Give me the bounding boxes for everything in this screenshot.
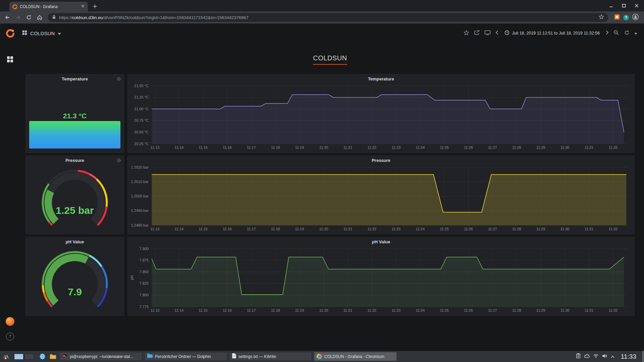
new-tab-button[interactable]	[91, 2, 99, 11]
browser-launcher-icon[interactable]	[38, 352, 47, 361]
extension-icon[interactable]	[614, 14, 620, 21]
user-avatar[interactable]	[6, 317, 14, 326]
cloud-sync-icon[interactable]	[584, 353, 590, 360]
app-launcher-icon[interactable]	[1, 352, 10, 361]
svg-text:11:22: 11:22	[368, 145, 377, 149]
taskbar-clock[interactable]: 11:33	[621, 353, 636, 360]
svg-text:7.800: 7.800	[139, 293, 149, 297]
tab-close-icon[interactable]	[80, 4, 85, 10]
panel-title[interactable]: Temperature	[26, 74, 124, 83]
svg-text:20.50 °C: 20.50 °C	[134, 130, 149, 134]
svg-text:11:31: 11:31	[585, 227, 594, 231]
svg-text:11:25: 11:25	[440, 227, 449, 231]
temperature-chart[interactable]: 20.25 °C20.50 °C20.75 °C21.00 °C21.25 °C…	[129, 83, 632, 151]
volume-icon[interactable]	[602, 353, 607, 360]
files-launcher-icon[interactable]	[49, 352, 57, 361]
tray-expand-caret-icon[interactable]	[610, 354, 615, 360]
chevron-down-icon[interactable]	[58, 31, 61, 36]
task-dolphin[interactable]: Persönlicher Ordner — Dolphin	[144, 352, 227, 361]
svg-text:11:32: 11:32	[609, 145, 618, 149]
reload-icon[interactable]	[24, 13, 34, 22]
svg-text:11:25: 11:25	[440, 145, 449, 149]
ph-gauge	[26, 246, 124, 315]
svg-text:11:13: 11:13	[150, 308, 159, 312]
stat-gradient-bar	[29, 121, 120, 148]
refresh-interval-caret-icon[interactable]	[634, 30, 637, 36]
bookmark-star-icon[interactable]	[599, 14, 604, 21]
tab-strip: COLDSUN - Grafana	[0, 0, 644, 11]
window-close-icon[interactable]	[634, 3, 639, 8]
refresh-icon[interactable]	[624, 30, 630, 37]
temperature-graph-panel: Temperature 20.25 °C20.50 °C20.75 °C21.0…	[127, 74, 635, 153]
task-terminal[interactable]: pi@raspberrypi: ~/underwater-dat...	[59, 352, 142, 361]
zoom-out-icon[interactable]	[613, 30, 619, 37]
task-label: Persönlicher Ordner — Dolphin	[155, 354, 211, 359]
svg-text:7.850: 7.850	[139, 270, 149, 274]
svg-text:11:18: 11:18	[271, 145, 280, 149]
svg-text:11:26: 11:26	[464, 145, 473, 149]
svg-text:11:21: 11:21	[343, 227, 353, 231]
temperature-stat-panel: Temperature 21.3 °C	[25, 74, 124, 153]
clipboard-icon[interactable]	[576, 353, 581, 360]
svg-text:11:25: 11:25	[440, 308, 449, 312]
svg-text:7.775: 7.775	[139, 305, 149, 309]
show-desktop-strip[interactable]	[642, 351, 644, 362]
svg-text:1.2510 bar: 1.2510 bar	[131, 180, 149, 184]
forward-icon[interactable]	[13, 13, 23, 22]
grafana-logo-icon[interactable]	[5, 24, 15, 43]
svg-text:11:26: 11:26	[464, 308, 473, 312]
back-icon[interactable]	[3, 13, 12, 22]
panel-title[interactable]: pH Value	[26, 237, 124, 246]
desktop-1[interactable]	[14, 354, 23, 360]
pressure-chart[interactable]: 1.2480 bar1.2490 bar1.2500 bar1.2510 bar…	[129, 165, 632, 233]
time-range-back-icon[interactable]	[495, 30, 498, 36]
task-kwrite[interactable]: settings.txt — KWrite	[229, 352, 312, 361]
dashboards-icon[interactable]	[7, 56, 13, 64]
svg-text:11:17: 11:17	[247, 308, 256, 312]
svg-text:11:17: 11:17	[247, 145, 256, 149]
extension-question-icon[interactable]: ?	[623, 15, 629, 20]
pressure-graph-panel: Pressure 1.2480 bar1.2490 bar1.2500 bar1…	[127, 156, 635, 234]
lock-icon	[52, 14, 56, 21]
minimize-icon[interactable]	[608, 3, 614, 8]
task-chromium[interactable]: COLDSUN - Grafana - Chromium	[314, 352, 397, 361]
maximize-icon[interactable]	[621, 3, 627, 8]
grafana-navbar: COLDSUN Juli 18, 2019 11:12:51 to Juli 1…	[20, 24, 644, 43]
svg-text:7.900: 7.900	[139, 247, 149, 251]
home-icon[interactable]	[35, 13, 44, 22]
star-dashboard-icon[interactable]	[464, 30, 469, 37]
panel-title[interactable]: Pressure	[128, 156, 634, 165]
svg-text:11:30: 11:30	[560, 227, 570, 231]
svg-text:11:21: 11:21	[343, 308, 353, 312]
panel-title[interactable]: Temperature	[128, 74, 634, 83]
profile-avatar-icon[interactable]	[632, 14, 639, 21]
page-title: COLDSUN	[313, 54, 347, 65]
panel-title[interactable]: pH Value	[128, 237, 634, 246]
svg-text:1.2480 bar: 1.2480 bar	[131, 223, 149, 227]
svg-text:11:30: 11:30	[560, 308, 570, 312]
panel-menu-gear-icon[interactable]	[117, 158, 121, 164]
browser-tab[interactable]: COLDSUN - Grafana	[9, 2, 88, 11]
ph-chart[interactable]: 7.7757.8007.8257.8507.8757.90011:1311:14…	[129, 246, 632, 314]
time-range-picker[interactable]: Juli 18, 2019 11:12:51 to Juli 18, 2019 …	[503, 30, 601, 36]
svg-text:11:13: 11:13	[150, 227, 159, 231]
address-bar[interactable]: https://coldsun.d3tn.eu/d/vsnP0iNZk/cold…	[48, 13, 608, 22]
share-icon[interactable]	[474, 30, 480, 37]
help-icon[interactable]: ?	[6, 333, 14, 341]
window-controls	[608, 0, 641, 11]
svg-text:20.75 °C: 20.75 °C	[134, 118, 149, 122]
desktop-2[interactable]	[24, 354, 34, 360]
panel-title[interactable]: Pressure	[26, 156, 124, 165]
time-range-forward-icon[interactable]	[606, 30, 609, 36]
svg-text:11:15: 11:15	[199, 145, 208, 149]
svg-text:7.825: 7.825	[139, 281, 149, 285]
tv-mode-icon[interactable]	[484, 30, 491, 37]
ph-graph-panel: pH Value 7.7757.8007.8257.8507.8757.9001…	[127, 237, 635, 316]
wifi-icon[interactable]	[593, 353, 599, 360]
svg-text:11:22: 11:22	[368, 227, 377, 231]
panel-menu-gear-icon[interactable]	[117, 76, 121, 82]
virtual-desktop-pager[interactable]	[14, 354, 34, 360]
svg-text:11:27: 11:27	[488, 145, 497, 149]
dashboard-picker[interactable]: COLDSUN	[30, 31, 55, 36]
svg-text:11:29: 11:29	[536, 145, 545, 149]
